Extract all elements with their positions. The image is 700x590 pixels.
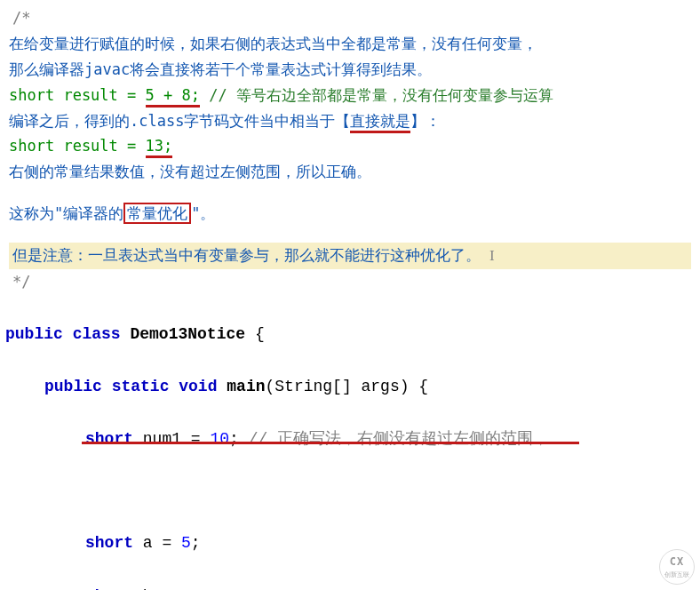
comment-open: /*: [9, 5, 691, 31]
highlight-note: 但是注意：一旦表达式当中有变量参与，那么就不能进行这种优化了。I: [9, 243, 691, 269]
exp-line-5: 这称为"编译器的常量优化"。: [9, 201, 691, 227]
code1-b: 5 + 8;: [146, 86, 200, 108]
line5c: "。: [191, 204, 215, 222]
exp-line-2: 那么编译器javac将会直接将若干个常量表达式计算得到结果。: [9, 57, 691, 83]
blank-line: [5, 480, 695, 505]
line3c: 】：: [410, 112, 441, 130]
line3b: 直接就是: [350, 112, 410, 133]
code1-c: // 等号右边全部都是常量，没有任何变量参与运算: [200, 86, 553, 104]
line3a: 编译之后，得到的.class字节码文件当中相当于【: [9, 112, 350, 130]
code-line-3: short num1 = 10; // 正确写法，右侧没有超过左侧的范围，: [5, 427, 695, 453]
text-cursor-icon: I: [489, 247, 495, 264]
exp-line-3: 编译之后，得到的.class字节码文件当中相当于【直接就是】：: [9, 108, 691, 134]
red-underline-annotation: [82, 442, 579, 444]
watermark-sub: 创新互联: [664, 570, 689, 581]
line5b-boxed: 常量优化: [123, 203, 191, 224]
code-line-4: short a = 5;: [5, 530, 695, 557]
watermark-main: CX: [670, 553, 684, 570]
code2-b: 13;: [146, 137, 173, 158]
exp-code-2: short result = 13;: [9, 133, 691, 159]
code2-a: short result =: [9, 137, 146, 155]
code1-a: short result =: [9, 86, 146, 104]
exp-line-1: 在给变量进行赋值的时候，如果右侧的表达式当中全都是常量，没有任何变量，: [9, 31, 691, 57]
watermark-logo: CX 创新互联: [659, 549, 695, 585]
exp-code-1: short result = 5 + 8; // 等号右边全部都是常量，没有任何…: [9, 83, 691, 108]
code-line-5: short b = 8;: [5, 584, 695, 590]
line5a: 这称为"编译器的: [9, 204, 123, 222]
explanation-block: /* 在给变量进行赋值的时候，如果右侧的表达式当中全都是常量，没有任何变量， 那…: [0, 0, 700, 295]
highlight-text: 但是注意：一旦表达式当中有变量参与，那么就不能进行这种优化了。: [12, 246, 481, 264]
comment-close: */: [9, 269, 691, 295]
code-line-1: public class Demo13Notice {: [5, 322, 695, 348]
exp-line-4: 右侧的常量结果数值，没有超过左侧范围，所以正确。: [9, 159, 691, 185]
code-line-2: public static void main(String[] args) {: [5, 374, 695, 401]
